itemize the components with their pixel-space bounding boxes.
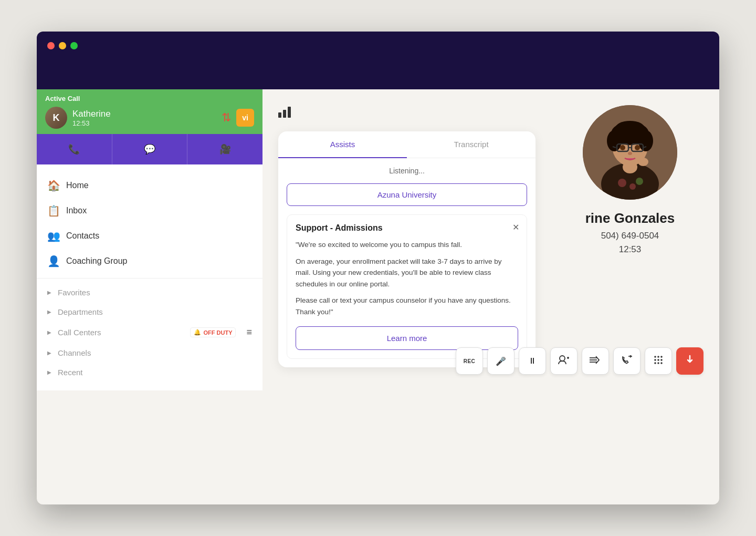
svg-rect-2 bbox=[288, 107, 291, 118]
dial-pad-transfer-button[interactable] bbox=[613, 347, 640, 375]
svg-point-11 bbox=[607, 130, 622, 151]
traffic-lights bbox=[47, 42, 78, 49]
svg-rect-0 bbox=[278, 112, 281, 118]
svg-point-5 bbox=[618, 179, 626, 187]
sidebar-item-recent[interactable]: ▶ Recent bbox=[37, 363, 262, 382]
transfer-queue-icon bbox=[590, 356, 601, 366]
call-icons: ⇅ vi bbox=[222, 109, 254, 127]
contact-time: 12:53 bbox=[556, 244, 704, 255]
home-icon: 🏠 bbox=[47, 179, 60, 192]
chevron-right-icon: ▶ bbox=[47, 290, 51, 295]
app-window: Active Call K Katherine 12:53 ⇅ vi 📞 bbox=[37, 32, 719, 504]
contact-name: rine Gonzales bbox=[556, 210, 704, 226]
off-duty-badge: 🔔 OFF DUTY bbox=[190, 327, 236, 337]
sidebar-item-home-label: Home bbox=[66, 181, 89, 190]
chevron-right-icon: ▶ bbox=[47, 350, 51, 356]
svg-point-22 bbox=[638, 158, 648, 166]
card-title: Support - Admissions bbox=[296, 223, 518, 233]
call-info: K Katherine 12:53 ⇅ vi bbox=[45, 107, 254, 129]
minimize-button[interactable] bbox=[59, 42, 66, 49]
svg-point-21 bbox=[628, 152, 632, 155]
card-close-button[interactable]: ✕ bbox=[512, 222, 519, 232]
svg-point-13 bbox=[615, 121, 645, 136]
sidebar-item-callcenters-label: Call Centers bbox=[58, 328, 101, 337]
inbox-icon: 📋 bbox=[47, 204, 60, 217]
assist-card: Support - Admissions ✕ "We're so excited… bbox=[287, 214, 527, 359]
university-tag[interactable]: Azuna University bbox=[287, 183, 527, 206]
call-duration: 12:53 bbox=[72, 119, 222, 127]
bell-icon: 🔔 bbox=[194, 329, 201, 336]
contacts-icon: 👥 bbox=[47, 230, 60, 242]
hamburger-icon[interactable]: ≡ bbox=[246, 327, 252, 338]
svg-rect-1 bbox=[283, 110, 286, 118]
chevron-right-icon: ▶ bbox=[47, 369, 51, 375]
maximize-button[interactable] bbox=[70, 42, 78, 49]
video-action-button[interactable]: 🎥 bbox=[187, 134, 262, 164]
sidebar-item-departments[interactable]: ▶ Departments bbox=[37, 302, 262, 322]
svg-point-23 bbox=[560, 356, 565, 361]
svg-point-38 bbox=[660, 362, 663, 364]
main-area: Assists Transcript Listening... Azuna Un… bbox=[262, 89, 719, 390]
sidebar-item-channels[interactable]: ▶ Channels bbox=[37, 343, 262, 363]
card-text-1: "We're so excited to welcome you to camp… bbox=[296, 239, 518, 251]
svg-point-7 bbox=[636, 178, 643, 185]
sidebar-item-channels-label: Channels bbox=[58, 348, 91, 357]
sidebar-item-departments-label: Departments bbox=[58, 307, 103, 316]
sidebar-item-coaching[interactable]: 👤 Coaching Group bbox=[37, 249, 262, 274]
svg-point-33 bbox=[654, 359, 656, 361]
pause-icon: ⏸ bbox=[528, 356, 537, 366]
contact-phone: 504) 649-0504 bbox=[556, 231, 704, 241]
active-call-banner: Active Call K Katherine 12:53 ⇅ vi bbox=[37, 89, 262, 134]
transfer-icon[interactable]: ⇅ bbox=[222, 111, 231, 125]
svg-point-35 bbox=[660, 359, 663, 361]
close-button[interactable] bbox=[47, 42, 55, 49]
svg-point-20 bbox=[635, 145, 640, 150]
sidebar-item-coaching-label: Coaching Group bbox=[66, 256, 128, 266]
end-call-icon bbox=[685, 355, 695, 367]
phone-action-button[interactable]: 📞 bbox=[37, 134, 112, 164]
svg-point-12 bbox=[638, 130, 653, 151]
caller-details: Katherine 12:53 bbox=[72, 109, 222, 127]
action-buttons: 📞 💬 🎥 bbox=[37, 134, 262, 164]
sidebar-item-favorites[interactable]: ▶ Favorites bbox=[37, 283, 262, 302]
transfer-queue-button[interactable] bbox=[582, 347, 609, 375]
rec-icon: REC bbox=[464, 358, 476, 364]
caller-avatar: K bbox=[45, 107, 67, 129]
assists-panel: Assists Transcript Listening... Azuna Un… bbox=[278, 131, 536, 367]
contact-card: rine Gonzales 504) 649-0504 12:53 bbox=[556, 105, 704, 255]
video-icon: 🎥 bbox=[219, 143, 231, 155]
card-text-2: On average, your enrollment packet will … bbox=[296, 256, 518, 290]
titlebar bbox=[37, 32, 719, 89]
svg-point-31 bbox=[657, 356, 659, 358]
chevron-right-icon: ▶ bbox=[47, 309, 51, 315]
phone-icon: 📞 bbox=[68, 143, 80, 155]
svg-point-34 bbox=[657, 359, 659, 361]
keypad-button[interactable] bbox=[645, 347, 672, 375]
nav-separator bbox=[37, 278, 262, 279]
microphone-icon: 🎤 bbox=[496, 356, 506, 366]
contact-avatar bbox=[583, 105, 677, 200]
pause-button[interactable]: ⏸ bbox=[519, 347, 546, 375]
chat-action-button[interactable]: 💬 bbox=[112, 134, 188, 164]
coaching-icon: 👤 bbox=[47, 255, 60, 267]
end-call-button[interactable] bbox=[676, 347, 704, 375]
sidebar-item-home[interactable]: 🏠 Home bbox=[37, 173, 262, 198]
panel-tabs: Assists Transcript bbox=[278, 131, 536, 158]
svg-point-30 bbox=[654, 356, 656, 358]
sidebar-item-inbox[interactable]: 📋 Inbox bbox=[37, 198, 262, 223]
mute-button[interactable]: 🎤 bbox=[487, 347, 514, 375]
record-button[interactable]: REC bbox=[456, 347, 483, 375]
sidebar-item-inbox-label: Inbox bbox=[66, 206, 87, 215]
tab-assists[interactable]: Assists bbox=[278, 131, 407, 158]
phone-transfer-icon bbox=[621, 355, 633, 367]
vi-badge: vi bbox=[236, 109, 254, 127]
sidebar-item-contacts[interactable]: 👥 Contacts bbox=[37, 223, 262, 249]
learn-more-button[interactable]: Learn more bbox=[296, 326, 518, 350]
sidebar-item-callcenters[interactable]: ▶ Call Centers 🔔 OFF DUTY ≡ bbox=[37, 322, 262, 343]
sidebar-item-contacts-label: Contacts bbox=[66, 231, 99, 241]
add-participant-button[interactable] bbox=[550, 347, 578, 375]
tab-transcript[interactable]: Transcript bbox=[407, 131, 536, 158]
svg-point-36 bbox=[654, 362, 656, 364]
sidebar-item-favorites-label: Favorites bbox=[58, 288, 90, 297]
chat-icon: 💬 bbox=[144, 143, 155, 155]
